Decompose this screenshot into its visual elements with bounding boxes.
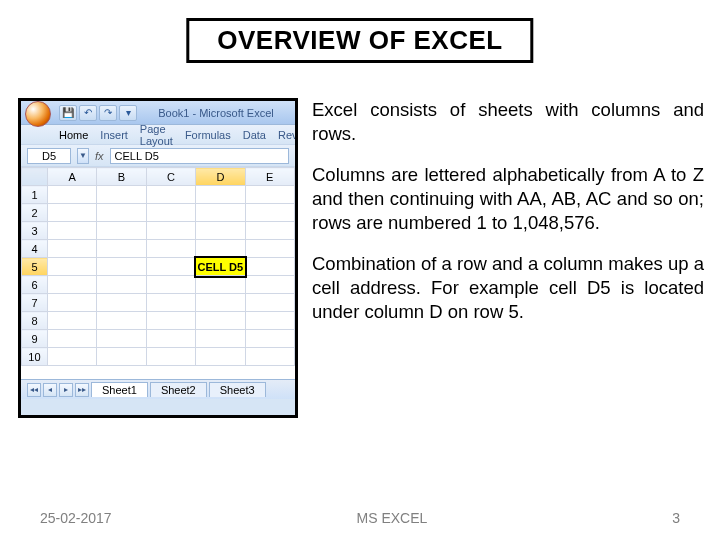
row-header-1[interactable]: 1 (22, 186, 48, 204)
cell[interactable] (196, 312, 245, 330)
name-box-dropdown-icon[interactable]: ▼ (77, 148, 89, 164)
sheet-tab-sheet1[interactable]: Sheet1 (91, 382, 148, 397)
col-header-c[interactable]: C (146, 168, 195, 186)
col-header-a[interactable]: A (47, 168, 96, 186)
cell[interactable] (245, 186, 294, 204)
tab-nav-next-icon[interactable]: ▸ (59, 383, 73, 397)
cell[interactable] (146, 294, 195, 312)
tab-page-layout[interactable]: Page Layout (140, 123, 173, 147)
cell[interactable] (97, 348, 146, 366)
title-bar: 💾 ↶ ↷ ▾ Book1 - Microsoft Excel (21, 101, 295, 125)
cell[interactable] (97, 312, 146, 330)
cell[interactable] (97, 330, 146, 348)
tab-home[interactable]: Home (59, 129, 88, 141)
cell[interactable] (245, 294, 294, 312)
col-header-e[interactable]: E (245, 168, 294, 186)
worksheet-grid[interactable]: A B C D E 1 2 3 4 5CELL D5 6 7 8 9 10 ◂◂… (21, 167, 295, 399)
redo-icon[interactable]: ↷ (99, 105, 117, 121)
name-box[interactable]: D5 (27, 148, 71, 164)
cell[interactable] (47, 222, 96, 240)
excel-window: 💾 ↶ ↷ ▾ Book1 - Microsoft Excel Home Ins… (18, 98, 298, 418)
row-header-6[interactable]: 6 (22, 276, 48, 294)
row-header-5[interactable]: 5 (22, 258, 48, 276)
cell[interactable] (97, 240, 146, 258)
tab-insert[interactable]: Insert (100, 129, 128, 141)
cell[interactable] (146, 204, 195, 222)
qat-dropdown-icon[interactable]: ▾ (119, 105, 137, 121)
row-header-10[interactable]: 10 (22, 348, 48, 366)
cell[interactable] (97, 294, 146, 312)
cell[interactable] (146, 258, 195, 276)
row-header-8[interactable]: 8 (22, 312, 48, 330)
row-header-3[interactable]: 3 (22, 222, 48, 240)
cell[interactable] (146, 222, 195, 240)
cell[interactable] (196, 276, 245, 294)
footer-page-number: 3 (672, 510, 680, 526)
cell[interactable] (245, 240, 294, 258)
cell[interactable] (97, 222, 146, 240)
cell[interactable] (196, 240, 245, 258)
cell[interactable] (47, 330, 96, 348)
cell[interactable] (146, 330, 195, 348)
cell[interactable] (196, 330, 245, 348)
cell[interactable] (245, 312, 294, 330)
cell[interactable] (47, 240, 96, 258)
footer-date: 25-02-2017 (40, 510, 112, 526)
col-header-d[interactable]: D (196, 168, 245, 186)
cell[interactable] (245, 348, 294, 366)
undo-icon[interactable]: ↶ (79, 105, 97, 121)
cell[interactable] (196, 222, 245, 240)
tab-formulas[interactable]: Formulas (185, 129, 231, 141)
cell[interactable] (146, 312, 195, 330)
office-button[interactable] (25, 101, 51, 127)
window-title: Book1 - Microsoft Excel (141, 107, 291, 119)
tab-review[interactable]: Rev (278, 129, 298, 141)
tab-data[interactable]: Data (243, 129, 266, 141)
row-header-7[interactable]: 7 (22, 294, 48, 312)
row-header-2[interactable]: 2 (22, 204, 48, 222)
cell[interactable] (47, 312, 96, 330)
select-all-corner[interactable] (22, 168, 48, 186)
cell[interactable] (47, 258, 96, 276)
cell[interactable] (245, 258, 294, 276)
tab-nav-first-icon[interactable]: ◂◂ (27, 383, 41, 397)
cell[interactable] (47, 186, 96, 204)
footer-center: MS EXCEL (357, 510, 428, 526)
formula-input[interactable]: CELL D5 (110, 148, 289, 164)
cell[interactable] (97, 204, 146, 222)
cell[interactable] (47, 204, 96, 222)
sheet-tab-sheet3[interactable]: Sheet3 (209, 382, 266, 397)
cell[interactable] (245, 204, 294, 222)
cell[interactable] (47, 294, 96, 312)
col-header-b[interactable]: B (97, 168, 146, 186)
cell-d5[interactable]: CELL D5 (196, 258, 245, 276)
cell[interactable] (196, 294, 245, 312)
cell[interactable] (97, 186, 146, 204)
slide-footer: 25-02-2017 MS EXCEL 3 (0, 510, 720, 526)
cell[interactable] (97, 276, 146, 294)
cell[interactable] (47, 348, 96, 366)
cell[interactable] (47, 276, 96, 294)
cell[interactable] (146, 276, 195, 294)
cell[interactable] (245, 330, 294, 348)
cell[interactable] (245, 276, 294, 294)
ribbon-tabs: Home Insert Page Layout Formulas Data Re… (21, 125, 295, 145)
cell[interactable] (196, 186, 245, 204)
paragraph-1: Excel consists of sheets with columns an… (312, 98, 704, 145)
cell[interactable] (146, 186, 195, 204)
cell[interactable] (146, 348, 195, 366)
tab-nav-last-icon[interactable]: ▸▸ (75, 383, 89, 397)
save-icon[interactable]: 💾 (59, 105, 77, 121)
sheet-tab-sheet2[interactable]: Sheet2 (150, 382, 207, 397)
cell[interactable] (196, 204, 245, 222)
fx-icon[interactable]: fx (95, 150, 104, 162)
tab-nav-prev-icon[interactable]: ◂ (43, 383, 57, 397)
cell[interactable] (97, 258, 146, 276)
row-header-4[interactable]: 4 (22, 240, 48, 258)
paragraph-3: Combination of a row and a column makes … (312, 252, 704, 323)
cell[interactable] (245, 222, 294, 240)
row-header-9[interactable]: 9 (22, 330, 48, 348)
cell[interactable] (196, 348, 245, 366)
cell[interactable] (146, 240, 195, 258)
quick-access-toolbar: 💾 ↶ ↷ ▾ (59, 105, 137, 121)
